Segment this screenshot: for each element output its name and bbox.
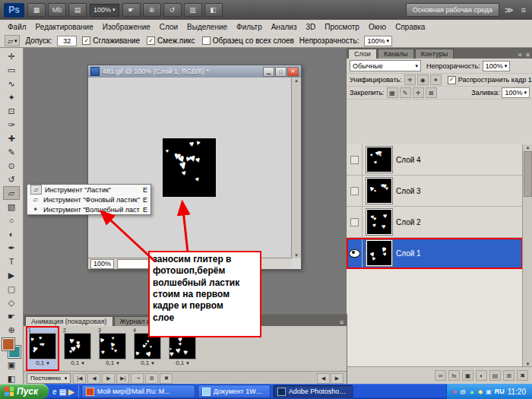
- magic-wand-tool[interactable]: ✦: [3, 90, 20, 104]
- lock-position-icon[interactable]: ✛: [413, 87, 424, 98]
- view-extras-icon[interactable]: ▤: [68, 3, 87, 17]
- healing-brush-tool[interactable]: ✚: [3, 131, 20, 145]
- marquee-tool[interactable]: ▭: [3, 63, 20, 77]
- tab-2[interactable]: Контуры: [415, 49, 454, 59]
- unify-visibility-icon[interactable]: ◉: [417, 74, 429, 85]
- opacity-value[interactable]: 100%: [364, 36, 392, 46]
- frame-delay-select[interactable]: 0,1: [62, 359, 93, 367]
- scroll-right-icon[interactable]: ▶: [331, 373, 344, 384]
- scroll-up-icon[interactable]: ▲: [294, 78, 299, 83]
- layer-group-icon[interactable]: ▤: [489, 370, 501, 381]
- play-icon[interactable]: ▶: [102, 373, 115, 384]
- lasso-tool[interactable]: ∿: [3, 77, 20, 90]
- gradient-tool[interactable]: ▧: [3, 200, 20, 214]
- document-canvas[interactable]: ♥♥♥♥♥♥♥♥♥♥♥♥♥: [88, 78, 292, 258]
- delete-layer-icon[interactable]: ✖: [517, 370, 528, 381]
- blend-mode-select[interactable]: Обычные: [350, 60, 421, 71]
- taskbar-clock[interactable]: 11:20: [508, 388, 526, 396]
- fill-value[interactable]: 100%: [502, 87, 530, 98]
- prev-frame-icon[interactable]: ◀: [87, 373, 100, 384]
- flyout-item-1[interactable]: ▱Инструмент "Фоновый ластик"E: [27, 195, 150, 204]
- task-button-0[interactable]: Мой мир@Mail.Ru: М...: [81, 385, 195, 398]
- rotate-view-icon[interactable]: ↺: [163, 3, 182, 17]
- menu-item-10[interactable]: Справка: [391, 21, 429, 33]
- document-titlebar[interactable]: 481.gif @ 100% (Слой 1, RGB/8) * ▁□✕: [88, 65, 301, 78]
- layer-row[interactable]: ♥♥♥♥♥Слой 2: [347, 207, 523, 238]
- panel-menu-icon[interactable]: ≡: [524, 51, 531, 59]
- adjustment-layer-icon[interactable]: ◐: [476, 370, 487, 381]
- rotate-3d-tool[interactable]: ◇: [3, 296, 20, 309]
- workspace-overflow-icon[interactable]: ≫: [502, 5, 516, 15]
- pen-tool[interactable]: ✒: [3, 241, 20, 255]
- menu-item-5[interactable]: Фильтр: [232, 21, 267, 33]
- browser-icon[interactable]: e: [52, 388, 57, 396]
- lock-pixels-icon[interactable]: ✎: [400, 87, 411, 98]
- document-zoom-value[interactable]: 100%: [90, 259, 114, 269]
- animation-frame-3[interactable]: 3♥♥♥♥♥♥0,1: [97, 327, 128, 370]
- gif-image[interactable]: ♥♥♥♥♥♥♥♥♥♥♥♥♥: [163, 138, 216, 197]
- document-window[interactable]: 481.gif @ 100% (Слой 1, RGB/8) * ▁□✕ ♥♥♥…: [87, 65, 302, 270]
- clone-stamp-tool[interactable]: ⊙: [3, 159, 20, 173]
- tab-0[interactable]: Слои: [348, 49, 377, 59]
- minimize-button[interactable]: ▁: [263, 67, 274, 77]
- move-tool[interactable]: ✛: [3, 49, 20, 63]
- frame-delay-select[interactable]: 0,1: [132, 359, 163, 367]
- first-frame-icon[interactable]: |◀: [73, 373, 86, 384]
- crop-tool[interactable]: ⊡: [3, 104, 20, 118]
- tray-icon-shield[interactable]: ▲: [469, 388, 475, 395]
- history-brush-tool[interactable]: ↺: [3, 173, 20, 186]
- task-button-2[interactable]: Adobe Photoshop CS...: [273, 385, 353, 398]
- scroll-left-icon[interactable]: ◀: [317, 373, 330, 384]
- collapse-panel-icon[interactable]: «: [517, 51, 524, 59]
- close-button[interactable]: ✕: [287, 67, 299, 77]
- menu-item-3[interactable]: Слои: [155, 21, 182, 33]
- menu-item-6[interactable]: Анализ: [267, 21, 302, 33]
- menu-item-0[interactable]: Файл: [3, 21, 31, 33]
- menu-item-2[interactable]: Изображение: [98, 21, 155, 33]
- launch-bridge-icon[interactable]: ▦: [27, 3, 46, 17]
- propagate-frame-checkbox[interactable]: Распространить кадр 1: [448, 76, 532, 84]
- scroll-thumb[interactable]: [524, 151, 532, 197]
- path-select-tool[interactable]: ▶: [3, 268, 20, 282]
- zoom-level-select[interactable]: 100%: [90, 4, 119, 17]
- lock-all-icon[interactable]: ⊠: [426, 87, 437, 98]
- type-tool[interactable]: T: [3, 255, 20, 268]
- foreground-color-swatch[interactable]: [2, 338, 14, 350]
- brush-tool[interactable]: ✎: [3, 145, 20, 159]
- flyout-item-0[interactable]: ▱Инструмент "Ластик"E: [27, 185, 150, 195]
- panel-opacity-value[interactable]: 100%: [483, 61, 511, 71]
- tray-icon-network[interactable]: ▣: [486, 388, 492, 395]
- zoom-tool[interactable]: ⊕: [3, 323, 20, 337]
- hand-tool[interactable]: ☛: [3, 309, 20, 323]
- next-frame-icon[interactable]: ▶|: [116, 373, 129, 384]
- document-vscrollbar[interactable]: ▲ ▼: [291, 78, 301, 258]
- workspace-button[interactable]: Основная рабочая среда: [406, 3, 499, 17]
- delete-frame-icon[interactable]: ✖: [160, 373, 173, 384]
- tab-1[interactable]: Каналы: [378, 49, 414, 59]
- animation-frame-1[interactable]: 1♥♥♥♥♥♥0,1: [27, 327, 59, 370]
- language-indicator[interactable]: RU: [495, 388, 505, 395]
- unify-style-icon[interactable]: ✦: [430, 74, 442, 85]
- visibility-toggle[interactable]: [347, 238, 363, 268]
- layers-scrollbar[interactable]: ▲ ▼: [522, 144, 532, 367]
- menu-item-7[interactable]: 3D: [301, 21, 320, 33]
- start-button[interactable]: Пуск: [0, 384, 49, 399]
- mini-bridge-icon[interactable]: Mb: [48, 3, 66, 17]
- eraser-tool[interactable]: ▱: [3, 186, 20, 200]
- tray-icon-red[interactable]: ●: [453, 388, 457, 395]
- panel-menu-icon[interactable]: ≡: [519, 5, 528, 14]
- option-checkbox-1[interactable]: Смеж.пикс: [147, 36, 195, 45]
- layer-row[interactable]: ♥♥♥♥♥Слой 1: [347, 238, 523, 269]
- player-icon[interactable]: ▶: [68, 388, 74, 396]
- task-button-1[interactable]: Документ 1WordPad...: [198, 385, 271, 398]
- visibility-toggle[interactable]: [347, 207, 363, 237]
- tween-icon[interactable]: ⇢: [131, 373, 144, 384]
- menu-item-9[interactable]: Окно: [364, 21, 391, 33]
- unify-position-icon[interactable]: ✛: [404, 74, 416, 85]
- duplicate-frame-icon[interactable]: ⊞: [145, 373, 158, 384]
- loop-count-select[interactable]: Постоянно: [27, 373, 71, 384]
- animation-frame-2[interactable]: 2♥♥♥♥♥♥0,1: [62, 327, 93, 370]
- menu-item-4[interactable]: Выделение: [182, 21, 232, 33]
- frame-delay-select[interactable]: 0,1: [27, 359, 58, 367]
- frame-delay-select[interactable]: 0,1: [167, 359, 198, 367]
